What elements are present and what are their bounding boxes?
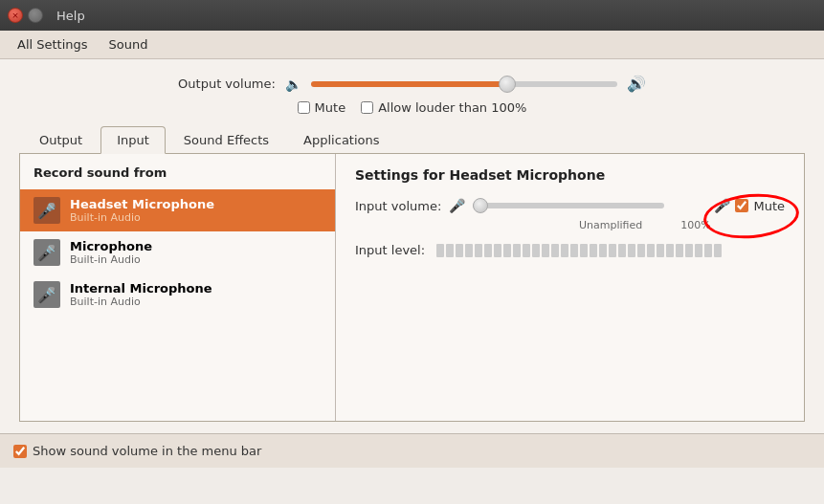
- level-bar-21: [628, 244, 635, 257]
- device-icon-internal: 🎤: [33, 281, 60, 308]
- level-bar-17: [590, 244, 597, 257]
- menu-all-settings[interactable]: All Settings: [8, 33, 98, 55]
- device-info-internal: Internal Microphone Built-in Audio: [70, 281, 212, 308]
- volume-low-icon: 🔈: [285, 77, 301, 92]
- level-bars: [436, 244, 722, 257]
- level-bar-19: [609, 244, 616, 257]
- mute-checkbox[interactable]: [298, 101, 310, 114]
- mute-mic-icon: 🎤: [714, 198, 730, 213]
- show-volume-label[interactable]: Show sound volume in the menu bar: [13, 444, 261, 458]
- input-level-label: Input level:: [355, 243, 425, 257]
- window-title: Help: [56, 9, 85, 23]
- volume-slider-container: [311, 81, 617, 87]
- level-bar-10: [523, 244, 530, 257]
- level-bar-6: [484, 244, 492, 257]
- tab-input[interactable]: Input: [100, 126, 166, 154]
- level-bar-13: [551, 244, 559, 257]
- level-bar-15: [570, 244, 578, 257]
- show-volume-text: Show sound volume in the menu bar: [33, 444, 261, 458]
- device-icon-headset: 🎤: [33, 197, 60, 224]
- level-bar-11: [532, 244, 540, 257]
- show-volume-checkbox[interactable]: [13, 445, 27, 458]
- level-bar-24: [657, 244, 664, 257]
- device-sub-internal: Built-in Audio: [70, 296, 212, 308]
- sublabel-hundred: 100%: [680, 219, 710, 231]
- mute-section: 🎤 Mute: [714, 198, 785, 213]
- volume-high-icon: 🔊: [627, 75, 646, 93]
- level-bar-28: [695, 244, 702, 257]
- device-sub-microphone: Built-in Audio: [70, 253, 152, 266]
- level-bar-16: [580, 244, 588, 257]
- input-volume-label: Input volume:: [355, 199, 441, 213]
- menu-sound[interactable]: Sound: [100, 33, 158, 55]
- close-button[interactable]: ×: [8, 8, 23, 23]
- menubar: All Settings Sound: [0, 31, 824, 59]
- volume-sublabels: Unamplified 100%: [579, 219, 785, 231]
- level-bar-30: [714, 244, 722, 257]
- minimize-button[interactable]: [28, 8, 43, 23]
- input-volume-row: Input volume: 🎤 🎤 Mute: [355, 198, 785, 213]
- tabs-row: Output Input Sound Effects Applications: [19, 126, 805, 154]
- device-info-headset: Headset Microphone Built-in Audio: [70, 197, 214, 224]
- main-content: Output volume: 🔈 🔊 Mute Allow louder tha…: [0, 59, 824, 433]
- level-bar-8: [503, 244, 511, 257]
- level-bar-25: [666, 244, 674, 257]
- output-volume-slider[interactable]: [311, 81, 617, 87]
- level-bar-29: [704, 244, 712, 257]
- level-bar-27: [685, 244, 693, 257]
- left-panel: Record sound from 🎤 Headset Microphone B…: [20, 154, 336, 421]
- right-panel: Settings for Headset Microphone Input vo…: [336, 154, 804, 421]
- level-bar-14: [561, 244, 568, 257]
- input-mic-icon: 🎤: [449, 198, 465, 213]
- settings-title: Settings for Headset Microphone: [355, 167, 785, 183]
- left-panel-title: Record sound from: [20, 165, 335, 189]
- mute-label[interactable]: Mute: [298, 100, 346, 115]
- allow-louder-label[interactable]: Allow louder than 100%: [361, 100, 526, 115]
- level-bar-1: [436, 244, 444, 257]
- window-controls: ×: [8, 8, 43, 23]
- level-bar-23: [647, 244, 655, 257]
- level-bar-18: [599, 244, 607, 257]
- device-icon-microphone: 🎤: [33, 239, 60, 266]
- bottom-bar: Show sound volume in the menu bar: [0, 433, 824, 468]
- output-volume-row: Output volume: 🔈 🔊: [19, 75, 805, 93]
- input-mute-checkbox[interactable]: [735, 199, 748, 212]
- level-bar-5: [475, 244, 482, 257]
- titlebar: × Help: [0, 0, 824, 31]
- level-bar-20: [618, 244, 626, 257]
- level-bar-9: [513, 244, 521, 257]
- device-sub-headset: Built-in Audio: [70, 211, 214, 224]
- level-bar-3: [456, 244, 463, 257]
- level-bar-4: [465, 244, 473, 257]
- device-internal-microphone[interactable]: 🎤 Internal Microphone Built-in Audio: [20, 274, 335, 316]
- tab-sound-effects[interactable]: Sound Effects: [167, 126, 285, 153]
- content-panel: Record sound from 🎤 Headset Microphone B…: [19, 154, 805, 422]
- level-bar-12: [542, 244, 549, 257]
- sublabel-unamplified: Unamplified: [579, 219, 642, 231]
- output-volume-label: Output volume:: [178, 77, 276, 91]
- device-microphone[interactable]: 🎤 Microphone Built-in Audio: [20, 231, 335, 274]
- allow-louder-checkbox[interactable]: [361, 101, 373, 114]
- device-name-microphone: Microphone: [70, 239, 152, 253]
- level-bar-2: [446, 244, 454, 257]
- level-bar-26: [676, 244, 683, 257]
- tab-applications[interactable]: Applications: [287, 126, 395, 153]
- level-bar-7: [494, 244, 501, 257]
- device-name-internal: Internal Microphone: [70, 281, 212, 296]
- checkboxes-row: Mute Allow louder than 100%: [19, 100, 805, 115]
- device-info-microphone: Microphone Built-in Audio: [70, 239, 152, 266]
- level-bar-22: [637, 244, 645, 257]
- input-mute-label: Mute: [753, 199, 785, 213]
- device-name-headset: Headset Microphone: [70, 197, 214, 211]
- tab-output[interactable]: Output: [23, 126, 99, 153]
- input-level-row: Input level:: [355, 243, 785, 257]
- input-volume-slider[interactable]: [473, 203, 664, 208]
- device-headset-microphone[interactable]: 🎤 Headset Microphone Built-in Audio: [20, 189, 335, 231]
